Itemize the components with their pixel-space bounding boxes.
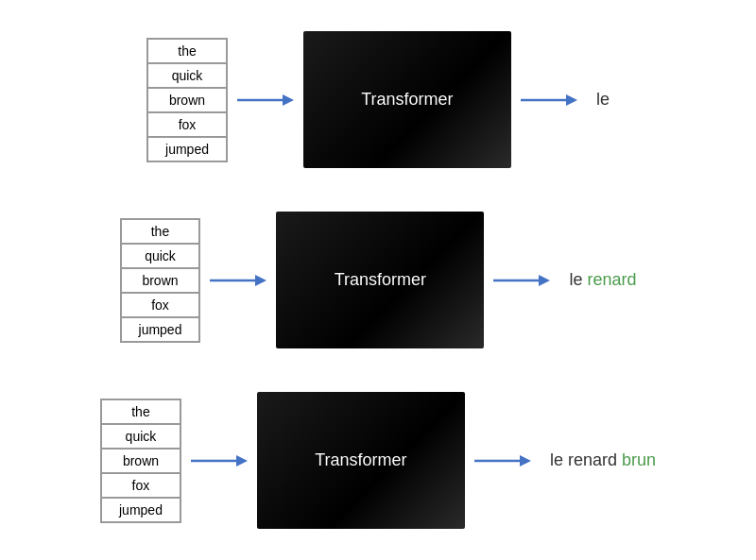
word-cell: brown <box>101 449 180 473</box>
transformer-label-2: Transformer <box>335 270 426 290</box>
svg-marker-11 <box>520 455 531 467</box>
svg-marker-9 <box>236 455 248 467</box>
word-cell: quick <box>147 63 227 88</box>
word-cell: fox <box>101 473 180 498</box>
svg-marker-7 <box>539 275 550 286</box>
diagram-row-2: the quick brown fox jumped Transformer l… <box>120 212 637 348</box>
input-arrow-1 <box>237 89 294 111</box>
word-cell: quick <box>101 424 180 449</box>
output-arrow-3 <box>474 450 531 472</box>
word-cell: the <box>147 39 227 63</box>
word-cell: jumped <box>147 137 227 161</box>
transformer-box-3: Transformer <box>257 392 465 529</box>
word-cell: brown <box>147 88 227 112</box>
diagram-row-3: the quick brown fox jumped Transformer l… <box>100 392 656 529</box>
output-arrow-1 <box>521 89 577 111</box>
output-1: le <box>596 90 610 110</box>
word-list-1: the quick brown fox jumped <box>146 38 228 162</box>
word-list-3: the quick brown fox jumped <box>100 399 181 523</box>
word-cell: the <box>101 399 180 424</box>
output-2: le renard <box>569 270 636 290</box>
word-list-2: the quick brown fox jumped <box>120 218 201 343</box>
word-cell: jumped <box>101 498 180 522</box>
svg-marker-5 <box>255 275 266 286</box>
output-prefix-2: le <box>569 270 587 289</box>
svg-marker-3 <box>566 94 577 106</box>
transformer-label-1: Transformer <box>361 90 453 110</box>
transformer-label-3: Transformer <box>315 450 406 470</box>
output-prefix-1: le <box>596 90 610 109</box>
transformer-box-2: Transformer <box>276 212 484 348</box>
word-cell: brown <box>121 268 200 293</box>
word-cell: quick <box>121 244 200 268</box>
word-cell: fox <box>121 293 200 317</box>
input-arrow-2 <box>210 269 266 292</box>
output-prefix-3: le renard <box>550 450 622 469</box>
svg-marker-1 <box>283 94 294 106</box>
transformer-box-1: Transformer <box>303 31 511 168</box>
input-arrow-3 <box>191 450 248 472</box>
word-cell: jumped <box>121 317 200 342</box>
word-cell: fox <box>147 112 227 137</box>
diagram-row-1: the quick brown fox jumped Transformer l… <box>146 31 610 168</box>
output-new-3: brun <box>622 450 656 469</box>
output-new-2: renard <box>587 270 636 289</box>
output-arrow-2 <box>493 269 550 292</box>
output-3: le renard brun <box>550 450 656 470</box>
word-cell: the <box>121 219 200 244</box>
